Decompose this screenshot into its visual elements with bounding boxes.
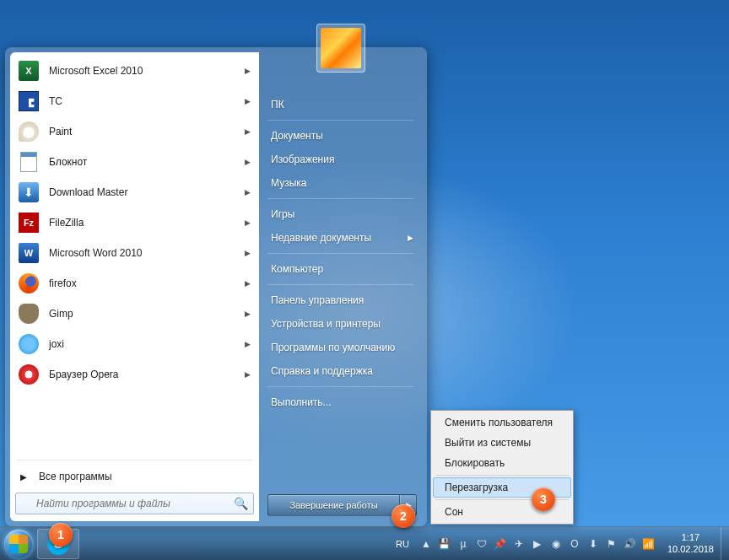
shutdown-button[interactable]: Завершение работы — [267, 494, 400, 516]
tray-volume-icon[interactable]: 🔊 — [624, 537, 637, 551]
program-label: Браузер Opera — [49, 369, 119, 380]
all-programs-button[interactable]: ▶ Все программы — [12, 464, 257, 489]
right-link-label: Документы — [271, 130, 323, 142]
skype-icon: S — [47, 533, 69, 555]
start-menu-right-panel: ПКДокументыИзображенияМузыкаИгрыНедавние… — [259, 52, 422, 521]
chevron-right-icon: ▶ — [245, 340, 251, 348]
tray-network-icon[interactable]: 📶 — [642, 537, 656, 551]
right-link-label: Изображения — [271, 153, 334, 165]
taskbar-pin-skype[interactable]: S — [37, 529, 79, 559]
chevron-right-icon: ▶ — [245, 158, 251, 166]
right-link-label: Музыка — [271, 177, 306, 189]
program-label: Блокнот — [49, 156, 87, 168]
right-link-9[interactable]: Программы по умолчанию — [259, 336, 422, 359]
shutdown-options-button[interactable]: ▶ — [400, 494, 417, 516]
program-item-notepad[interactable]: Блокнот ▶ — [12, 147, 257, 177]
tray-play-icon[interactable]: ▶ — [531, 537, 544, 551]
program-item-paint[interactable]: Paint ▶ — [12, 116, 257, 147]
right-link-2[interactable]: Изображения — [259, 148, 422, 171]
gimp-icon — [17, 302, 40, 326]
program-item-opera[interactable]: Браузер Opera ▶ — [12, 359, 257, 390]
taskbar: S RU ▲💾µ🛡📌✈▶◉O⬇⚑🔊📶 1:17 10.02.2018 — [0, 526, 729, 560]
right-link-0[interactable]: ПК — [259, 93, 422, 116]
tray-telegram-icon[interactable]: ✈ — [512, 537, 526, 551]
divider — [17, 460, 252, 460]
excel-icon: X — [17, 59, 40, 83]
system-tray: ▲💾µ🛡📌✈▶◉O⬇⚑🔊📶 — [414, 537, 661, 551]
program-item-joxi[interactable]: joxi ▶ — [12, 329, 257, 359]
program-label: joxi — [49, 338, 64, 350]
ff-icon — [17, 272, 40, 295]
paint-icon — [17, 120, 40, 143]
search-input[interactable] — [21, 498, 234, 509]
right-link-10[interactable]: Справка и поддержка — [259, 359, 422, 383]
right-link-label: Выполнить... — [271, 396, 332, 408]
tray-up-icon[interactable]: ▲ — [419, 537, 433, 551]
program-item-fz[interactable]: Fz FileZilla ▶ — [12, 207, 257, 238]
right-link-4[interactable]: Игры — [259, 202, 422, 226]
program-item-excel[interactable]: X Microsoft Excel 2010 ▶ — [12, 56, 257, 86]
start-button[interactable] — [0, 527, 37, 561]
program-item-ff[interactable]: firefox ▶ — [12, 268, 257, 299]
program-label: Download Master — [49, 186, 127, 198]
separator — [267, 284, 413, 285]
program-item-tc[interactable]: TC ▶ — [12, 86, 257, 116]
tray-nvidia-icon[interactable]: ◉ — [549, 537, 563, 551]
word-icon: W — [17, 241, 40, 265]
search-wrap: 🔍 — [12, 489, 257, 520]
right-link-1[interactable]: Документы — [259, 124, 422, 148]
tray-dm-icon[interactable]: ⬇ — [586, 537, 600, 551]
program-label: Gimp — [49, 308, 73, 320]
chevron-right-icon: ▶ — [245, 310, 251, 318]
program-list: X Microsoft Excel 2010 ▶ TC ▶ Paint ▶ Бл… — [12, 56, 257, 456]
shutdown-label: Завершение работы — [289, 500, 377, 510]
separator — [435, 475, 569, 476]
shutdown-option-4[interactable]: Сон — [433, 502, 571, 522]
dm-icon: ⬇ — [17, 180, 40, 204]
shutdown-submenu: Сменить пользователяВыйти из системыБлок… — [430, 410, 574, 525]
shutdown-option-2[interactable]: Блокировать — [433, 453, 571, 473]
right-link-label: Компьютер — [271, 263, 323, 275]
language-indicator[interactable]: RU — [391, 539, 414, 549]
chevron-right-icon: ▶ — [245, 188, 251, 197]
tray-save-icon[interactable]: 💾 — [438, 537, 451, 551]
separator — [267, 253, 413, 254]
tc-icon — [17, 89, 40, 113]
chevron-right-icon: ▶ — [245, 249, 251, 257]
program-item-gimp[interactable]: Gimp ▶ — [12, 299, 257, 329]
tray-action-icon[interactable]: ⚑ — [605, 537, 618, 551]
right-link-6[interactable]: Компьютер — [259, 257, 422, 281]
separator — [267, 120, 413, 121]
chevron-right-icon: ▶ — [245, 218, 251, 227]
taskbar-clock[interactable]: 1:17 10.02.2018 — [661, 532, 721, 554]
program-item-dm[interactable]: ⬇ Download Master ▶ — [12, 177, 257, 207]
tray-opera-icon[interactable]: O — [568, 537, 581, 551]
tray-pin-icon[interactable]: 📌 — [494, 537, 507, 551]
search-box[interactable]: 🔍 — [15, 493, 254, 514]
shutdown-option-0[interactable]: Сменить пользователя — [433, 412, 571, 433]
right-link-3[interactable]: Музыка — [259, 171, 422, 195]
right-link-label: Недавние документы — [271, 232, 371, 244]
tray-utorrent-icon[interactable]: µ — [456, 537, 470, 551]
chevron-right-icon: ▶ — [245, 370, 251, 379]
search-icon: 🔍 — [234, 497, 248, 510]
joxi-icon — [17, 332, 40, 356]
shutdown-option-3[interactable]: Перезагрузка — [433, 477, 571, 498]
right-link-5[interactable]: Недавние документы▶ — [259, 226, 422, 250]
program-label: firefox — [49, 277, 77, 289]
shutdown-option-1[interactable]: Выйти из системы — [433, 433, 571, 453]
windows-logo-icon — [4, 530, 33, 558]
right-link-8[interactable]: Устройства и принтеры — [259, 312, 422, 336]
right-link-label: Справка и поддержка — [271, 365, 373, 377]
triangle-right-icon: ▶ — [20, 472, 27, 482]
show-desktop-button[interactable] — [721, 527, 729, 561]
clock-time: 1:17 — [667, 532, 714, 543]
tray-av-icon[interactable]: 🛡 — [475, 537, 489, 551]
program-item-word[interactable]: W Microsoft Word 2010 ▶ — [12, 238, 257, 268]
program-label: FileZilla — [49, 217, 84, 229]
right-link-11[interactable]: Выполнить... — [259, 390, 422, 414]
right-link-7[interactable]: Панель управления — [259, 288, 422, 312]
right-link-label: Панель управления — [271, 294, 364, 306]
chevron-right-icon: ▶ — [245, 279, 251, 288]
user-picture-frame[interactable] — [316, 24, 365, 73]
